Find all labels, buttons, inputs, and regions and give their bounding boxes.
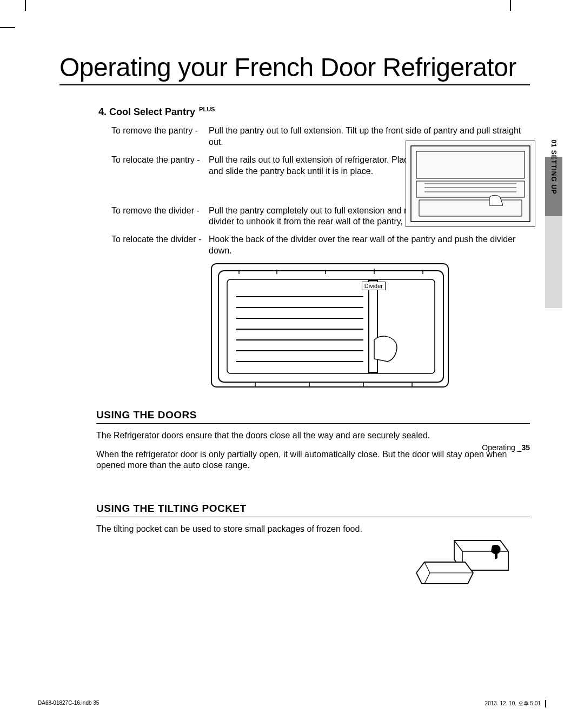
svg-rect-2 xyxy=(416,181,525,197)
svg-rect-1 xyxy=(416,151,525,178)
page-title: Operating your French Door Refrigerator xyxy=(59,54,530,85)
using-doors-heading: USING THE DOORS xyxy=(96,409,530,424)
print-footer: DA68-01827C-16.indb 35 2013. 12. 10. 오후 … xyxy=(38,700,546,707)
tilting-pocket-heading: USING THE TILTING POCKET xyxy=(96,503,530,517)
section-title-text: Cool Select Pantry xyxy=(109,106,195,117)
tilting-pocket-illustration xyxy=(416,532,514,586)
section-4-heading: 4. Cool Select Pantry PLUS xyxy=(98,106,530,118)
instruction-label: To remove the pantry - xyxy=(111,125,209,148)
instruction-label: To relocate the pantry - xyxy=(111,155,209,177)
doors-paragraph-1: The Refrigerator doors ensure that the d… xyxy=(96,430,529,442)
svg-rect-4 xyxy=(227,279,435,373)
page-content: Operating your French Door Refrigerator … xyxy=(59,54,530,543)
divider-tray-illustration: Divider xyxy=(211,263,449,388)
print-footer-right: 2013. 12. 10. 오후 5:01 xyxy=(485,700,546,707)
instruction-relocate-divider: To relocate the divider - Hook the back … xyxy=(111,234,530,257)
side-tab: 01 SETTING UP xyxy=(545,157,562,308)
instruction-text: Hook the back of the divider over the re… xyxy=(209,234,530,257)
instruction-label: To remove the divider - xyxy=(111,205,209,228)
page-footer-label: Operating _35 xyxy=(482,443,530,452)
svg-rect-3 xyxy=(218,271,443,382)
section-sup: PLUS xyxy=(199,106,215,112)
print-footer-left: DA68-01827C-16.indb 35 xyxy=(38,700,99,707)
divider-callout-label: Divider xyxy=(362,282,386,290)
side-tab-label: 01 SETTING UP xyxy=(550,139,558,195)
tilting-paragraph: The tilting pocket can be used to store … xyxy=(96,524,410,535)
section-number: 4. xyxy=(98,106,107,117)
doors-paragraph-2: When the refrigerator door is only parti… xyxy=(96,449,529,472)
instruction-label: To relocate the divider - xyxy=(111,234,209,257)
footer-section-text: Operating _ xyxy=(482,443,521,452)
footer-page-number: 35 xyxy=(521,443,530,452)
pantry-drawer-illustration xyxy=(406,141,535,227)
